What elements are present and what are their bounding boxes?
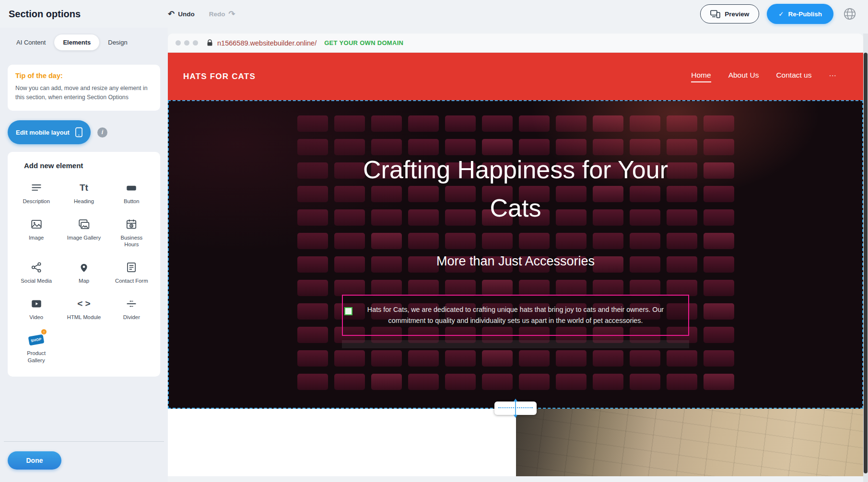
- site-preview: HATS FOR CATS Home About Us Contact us ·…: [168, 53, 863, 476]
- sidebar-footer: Done: [4, 441, 164, 482]
- sidebar-tabs: AI Content Elements Design: [8, 34, 160, 50]
- button-icon: [125, 181, 138, 195]
- devices-icon: [710, 10, 720, 18]
- hero-paragraph: Hats for Cats, we are dedicated to craft…: [349, 304, 682, 326]
- element-item-video[interactable]: Video: [12, 297, 60, 321]
- hero-section[interactable]: Crafting Happiness for Your Cats More th…: [168, 100, 863, 409]
- video-icon: [30, 297, 43, 310]
- element-item-image[interactable]: Image: [12, 218, 60, 248]
- element-item-html-module[interactable]: < > HTML Module: [60, 297, 107, 321]
- topbar: Section options ↶ Undo Redo ↷ P: [0, 0, 868, 28]
- topbar-actions: Preview ✓ Re-Publish: [700, 4, 858, 24]
- nav-item-contact[interactable]: Contact us: [776, 71, 811, 82]
- undo-icon: ↶: [168, 10, 175, 18]
- lock-icon: [207, 39, 213, 46]
- product-gallery-icon: SHOP ↑: [29, 333, 44, 346]
- shop-tag: SHOP: [28, 334, 45, 345]
- done-button[interactable]: Done: [8, 451, 61, 470]
- tab-elements[interactable]: Elements: [54, 34, 99, 50]
- site-nav: Home About Us Contact us ···: [691, 71, 836, 82]
- editor-canvas: n1566589.websitebuilder.online/ GET YOUR…: [168, 28, 868, 482]
- element-item-map[interactable]: Map: [60, 261, 107, 285]
- resize-arrows-icon: [512, 399, 519, 420]
- history-controls: ↶ Undo Redo ↷: [168, 10, 235, 18]
- page-title: Section options: [9, 9, 168, 20]
- scrollbar-thumb[interactable]: [864, 53, 868, 473]
- contact-form-icon: [125, 261, 138, 274]
- add-element-panel: Add new element Description Tt Heading: [8, 152, 160, 377]
- business-hours-icon: [125, 218, 138, 231]
- pavement-photo: [516, 409, 863, 476]
- tip-card: Tip of the day: Now you can add, move an…: [8, 65, 160, 111]
- hero-content: Crafting Happiness for Your Cats More th…: [169, 101, 862, 408]
- element-item-button[interactable]: Button: [108, 181, 155, 205]
- image-gallery-icon: [78, 218, 90, 231]
- redo-label: Redo: [209, 11, 225, 18]
- social-media-icon: [30, 261, 43, 274]
- element-label: Divider: [123, 314, 140, 321]
- divider-icon: [125, 297, 138, 310]
- check-icon: ✓: [778, 10, 784, 18]
- tab-design[interactable]: Design: [99, 34, 136, 50]
- redo-button[interactable]: Redo ↷: [209, 10, 235, 18]
- element-label: HTML Module: [67, 314, 101, 321]
- hero-title[interactable]: Crafting Happiness for Your Cats: [352, 151, 679, 227]
- nav-more-icon[interactable]: ···: [829, 71, 837, 82]
- element-item-image-gallery[interactable]: Image Gallery: [60, 218, 107, 248]
- map-icon: [78, 261, 90, 274]
- preview-label: Preview: [725, 11, 749, 18]
- heading-icon: Tt: [80, 181, 88, 195]
- phone-icon: [75, 127, 82, 138]
- html-module-icon: < >: [77, 297, 90, 310]
- image-icon: [30, 218, 43, 231]
- edit-mobile-label: Edit mobile layout: [16, 129, 70, 136]
- mobile-layout-row: Edit mobile layout i: [8, 120, 160, 144]
- element-label: Video: [29, 314, 43, 321]
- element-item-heading[interactable]: Tt Heading: [60, 181, 107, 205]
- element-ghost-bar: [342, 340, 689, 348]
- add-element-title: Add new element: [12, 161, 155, 170]
- republish-label: Re-Publish: [788, 11, 822, 18]
- app: Section options ↶ Undo Redo ↷ P: [0, 0, 868, 482]
- undo-label: Undo: [178, 11, 195, 18]
- window-dot: [193, 40, 198, 46]
- language-globe-button[interactable]: [841, 5, 858, 23]
- element-item-social-media[interactable]: Social Media: [12, 261, 60, 285]
- info-icon[interactable]: i: [97, 127, 107, 138]
- undo-button[interactable]: ↶ Undo: [168, 10, 195, 18]
- hero-subtitle[interactable]: More than Just Accessories: [436, 254, 595, 269]
- site-header[interactable]: HATS FOR CATS Home About Us Contact us ·…: [168, 53, 863, 100]
- element-label: Description: [23, 198, 50, 205]
- element-label: Social Media: [21, 277, 52, 285]
- element-item-product-gallery[interactable]: SHOP ↑ Product Gallery: [12, 333, 60, 364]
- tip-title: Tip of the day:: [15, 72, 152, 80]
- element-item-business-hours[interactable]: Business Hours: [108, 218, 155, 248]
- redo-icon: ↷: [229, 10, 235, 18]
- element-item-divider[interactable]: Divider: [108, 297, 155, 321]
- upgrade-badge-icon: ↑: [40, 328, 47, 335]
- element-label: Contact Form: [115, 277, 148, 285]
- element-item-contact-form[interactable]: Contact Form: [108, 261, 155, 285]
- tab-ai-content[interactable]: AI Content: [8, 34, 54, 50]
- nav-item-home[interactable]: Home: [691, 71, 711, 82]
- globe-icon: [843, 7, 857, 21]
- get-domain-link[interactable]: GET YOUR OWN DOMAIN: [324, 39, 403, 46]
- site-url[interactable]: n1566589.websitebuilder.online/: [217, 39, 317, 47]
- site-logo[interactable]: HATS FOR CATS: [183, 72, 256, 81]
- description-icon: [30, 181, 43, 195]
- resize-handle-green[interactable]: [344, 307, 352, 315]
- element-label: Product Gallery: [19, 350, 54, 364]
- preview-button[interactable]: Preview: [700, 4, 759, 23]
- element-grid: Description Tt Heading Button Ima: [12, 181, 155, 364]
- scrollbar-track[interactable]: [863, 34, 868, 482]
- selected-text-element[interactable]: Hats for Cats, we are dedicated to craft…: [342, 295, 689, 336]
- section-resize-handle[interactable]: [494, 402, 537, 415]
- republish-button[interactable]: ✓ Re-Publish: [767, 4, 833, 24]
- nav-item-about[interactable]: About Us: [728, 71, 759, 82]
- element-label: Button: [124, 198, 140, 205]
- element-label: Map: [79, 277, 89, 285]
- element-label: Image Gallery: [67, 234, 101, 241]
- edit-mobile-layout-button[interactable]: Edit mobile layout: [8, 120, 91, 144]
- element-item-description[interactable]: Description: [12, 181, 60, 205]
- sidebar: AI Content Elements Design Tip of the da…: [0, 28, 168, 482]
